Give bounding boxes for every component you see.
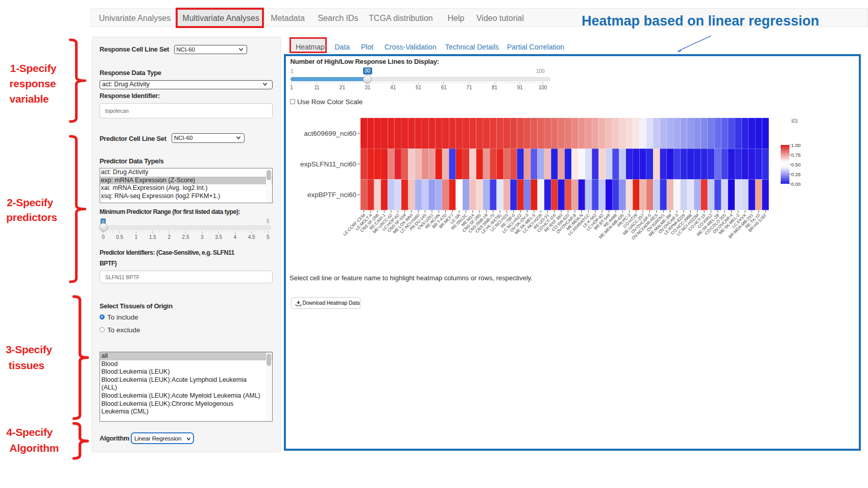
svg-text:91: 91 [517,85,523,90]
svg-text:41: 41 [390,85,396,90]
svg-text:3.5: 3.5 [215,234,222,240]
svg-text:1.00: 1.00 [791,142,801,148]
svg-text:51: 51 [416,85,422,90]
svg-text:31: 31 [365,85,371,90]
svg-text:71: 71 [466,85,472,90]
svg-text:1.5: 1.5 [149,234,156,240]
svg-text:4: 4 [234,234,237,240]
svg-text:0.75: 0.75 [791,152,801,158]
svg-text:100: 100 [539,85,547,90]
svg-text:21: 21 [340,85,346,90]
svg-text:4.5: 4.5 [248,234,255,240]
svg-text:0.5: 0.5 [116,234,123,240]
svg-text:expBPTF_nci60: expBPTF_nci60 [307,191,356,199]
svg-text:11: 11 [315,85,320,90]
svg-text:61: 61 [441,85,447,90]
svg-text:2: 2 [167,234,171,240]
svg-text:3: 3 [201,234,204,240]
svg-text:0.50: 0.50 [791,162,801,167]
svg-text:1: 1 [135,234,138,240]
svg-text:act609699_nci60: act609699_nci60 [304,130,356,137]
svg-text:1: 1 [290,85,293,90]
svg-text:expSLFN11_nci60: expSLFN11_nci60 [300,160,356,168]
svg-text:2.5: 2.5 [182,234,189,240]
svg-text:81: 81 [492,85,498,90]
svg-text:0.00: 0.00 [791,181,801,187]
svg-text:0.25: 0.25 [791,172,801,177]
svg-text:5: 5 [267,234,270,240]
svg-text:0: 0 [102,234,105,240]
